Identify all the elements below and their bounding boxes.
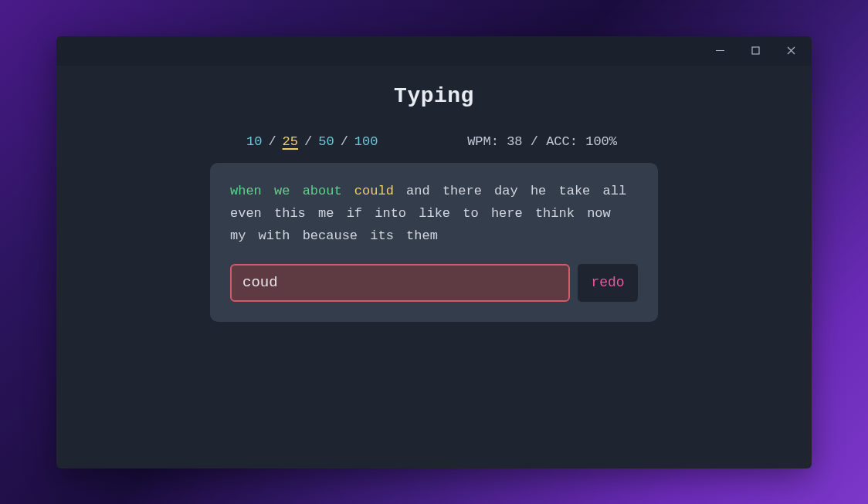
word: with — [259, 228, 290, 243]
word: to — [463, 206, 478, 221]
word: this — [274, 206, 306, 221]
titlebar — [56, 36, 812, 66]
separator: / — [341, 134, 348, 149]
stats-bar: 10/25/50/100 WPM: 38 / ACC: 100% — [87, 134, 781, 149]
word: into — [375, 206, 406, 221]
word: all — [603, 184, 627, 198]
word: if — [347, 206, 362, 221]
maximize-button[interactable] — [737, 36, 773, 66]
word-count-options: 10/25/50/100 — [246, 134, 378, 149]
word: my — [230, 228, 246, 243]
redo-button[interactable]: redo — [578, 264, 638, 302]
word: even — [230, 206, 262, 221]
word: here — [491, 206, 523, 221]
stats-readout: WPM: 38 / ACC: 100% — [467, 134, 617, 149]
word-count-option-100[interactable]: 100 — [354, 134, 378, 149]
svg-rect-1 — [752, 47, 759, 54]
word: now — [587, 206, 611, 221]
close-icon — [787, 46, 795, 55]
word: me — [318, 206, 334, 221]
word: them — [406, 228, 438, 243]
word: when — [230, 184, 262, 198]
typing-panel: when we about could and there day he tak… — [210, 163, 658, 322]
word: and — [406, 184, 430, 198]
word-count-option-50[interactable]: 50 — [318, 134, 334, 149]
minimize-button[interactable] — [702, 36, 737, 66]
word-count-option-25[interactable]: 25 — [283, 134, 298, 149]
word: its — [370, 228, 394, 243]
content-area: Typing 10/25/50/100 WPM: 38 / ACC: 100% … — [56, 66, 812, 340]
typing-input[interactable] — [230, 264, 570, 302]
page-title: Typing — [87, 84, 781, 108]
word: take — [559, 184, 591, 198]
input-row: redo — [230, 264, 638, 302]
separator: / — [304, 134, 312, 149]
word-list: when we about could and there day he tak… — [230, 180, 638, 247]
word: he — [531, 184, 546, 198]
word: there — [442, 184, 482, 198]
word: because — [303, 228, 358, 243]
word: like — [419, 206, 450, 221]
close-button[interactable] — [773, 36, 809, 66]
word: could — [354, 184, 394, 198]
minimize-icon — [716, 46, 724, 55]
maximize-icon — [751, 46, 760, 55]
word: about — [303, 184, 342, 198]
word: day — [494, 184, 518, 198]
word: we — [274, 184, 290, 198]
app-window: Typing 10/25/50/100 WPM: 38 / ACC: 100% … — [56, 36, 812, 468]
word-count-option-10[interactable]: 10 — [246, 134, 262, 149]
separator: / — [268, 134, 276, 149]
word: think — [535, 206, 575, 221]
